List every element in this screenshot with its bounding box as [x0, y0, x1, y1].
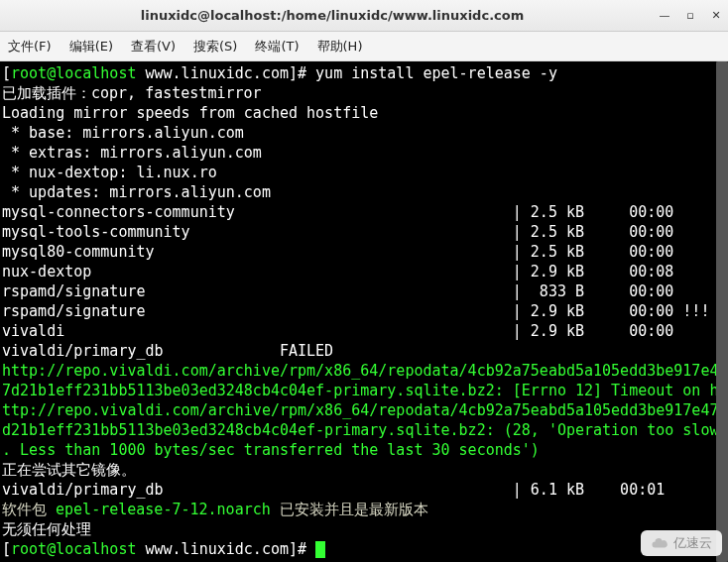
output-url: d21b1eff231bb5113be03ed3248cb4c04ef-prim…	[2, 420, 724, 440]
output-url: http://repo.vivaldi.com/archive/rpm/x86_…	[2, 361, 724, 381]
prompt-close: ]#	[289, 540, 315, 558]
output-base: * base: mirrors.aliyun.com	[2, 123, 724, 143]
output-plugins: 已加载插件：copr, fastestmirror	[2, 83, 724, 103]
pkg-status: 已安装并且是最新版本	[271, 501, 428, 518]
window-titlebar: linuxidc@localhost:/home/linuxidc/www.li…	[0, 0, 728, 32]
prompt-bracket: [	[2, 540, 11, 558]
menu-edit[interactable]: 编辑(E)	[67, 34, 115, 59]
prompt-path: www.linuxidc.com	[136, 64, 289, 82]
prompt-path: www.linuxidc.com	[136, 540, 289, 558]
output-url: ttp://repo.vivaldi.com/archive/rpm/x86_6…	[2, 400, 724, 420]
scrollbar-thumb[interactable]	[716, 61, 728, 562]
menu-view[interactable]: 查看(V)	[129, 34, 178, 59]
pkg-name: epel-release-7-12.noarch	[56, 501, 271, 518]
prompt-close: ]#	[289, 64, 315, 82]
menu-bar: 文件(F) 编辑(E) 查看(V) 搜索(S) 终端(T) 帮助(H)	[0, 32, 728, 61]
repo-row: vivaldi | 2.9 kB 00:00	[2, 321, 724, 341]
menu-terminal[interactable]: 终端(T)	[253, 34, 301, 59]
output-url: . Less than 1000 bytes/sec transferred t…	[2, 440, 724, 460]
output-url: 7d21b1eff231bb5113be03ed3248cb4c04ef-pri…	[2, 381, 724, 400]
menu-help[interactable]: 帮助(H)	[315, 34, 365, 59]
cloud-icon	[651, 534, 668, 552]
repo-row: rspamd/signature | 2.9 kB 00:00 !!!	[2, 301, 724, 321]
repo-row: mysql-connectors-community | 2.5 kB 00:0…	[2, 202, 724, 222]
output-loading: Loading mirror speeds from cached hostfi…	[2, 103, 724, 123]
watermark-badge: 亿速云	[641, 530, 722, 556]
terminal-viewport[interactable]: [root@localhost www.linuxidc.com]# yum i…	[0, 61, 728, 562]
prompt-user: root@localhost	[11, 540, 136, 558]
repo-row: rspamd/signature | 833 B 00:00	[2, 281, 724, 301]
pkg-label: 软件包	[2, 501, 56, 518]
repo-row: mysql80-community | 2.5 kB 00:00	[2, 242, 724, 262]
command-text: yum install epel-release -y	[315, 64, 557, 82]
window-controls: — ▫ ✕	[659, 10, 722, 22]
repo-row: mysql-tools-community | 2.5 kB 00:00	[2, 222, 724, 242]
output-nothing: 无须任何处理	[2, 519, 724, 539]
output-failed: vivaldi/primary_db FAILED	[2, 341, 724, 361]
maximize-button[interactable]: ▫	[684, 10, 696, 22]
output-retry: 正在尝试其它镜像。	[2, 460, 724, 480]
repo-row: nux-dextop | 2.9 kB 00:08	[2, 262, 724, 281]
output-nux: * nux-dextop: li.nux.ro	[2, 163, 724, 182]
window-title: linuxidc@localhost:/home/linuxidc/www.li…	[6, 8, 659, 23]
close-button[interactable]: ✕	[710, 10, 722, 22]
repo-row: vivaldi/primary_db | 6.1 kB 00:01	[2, 480, 724, 500]
watermark-text: 亿速云	[673, 533, 712, 553]
prompt-user: root@localhost	[11, 64, 136, 82]
menu-file[interactable]: 文件(F)	[6, 34, 54, 59]
output-extras: * extras: mirrors.aliyun.com	[2, 143, 724, 163]
minimize-button[interactable]: —	[659, 10, 670, 22]
scrollbar[interactable]	[716, 61, 728, 562]
menu-search[interactable]: 搜索(S)	[191, 34, 239, 59]
cursor	[315, 541, 325, 558]
prompt-bracket: [	[2, 64, 11, 82]
output-updates: * updates: mirrors.aliyun.com	[2, 182, 724, 202]
